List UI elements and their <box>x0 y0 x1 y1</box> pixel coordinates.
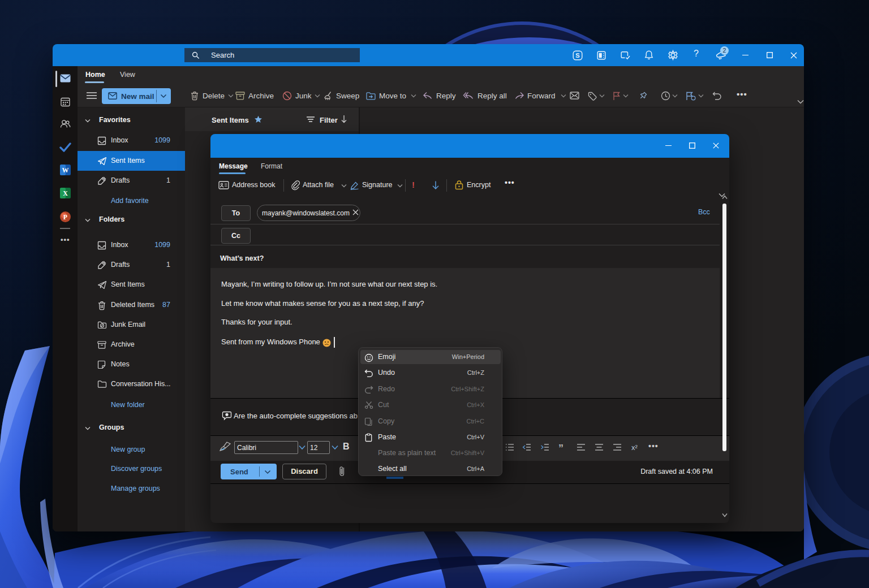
svg-text:S: S <box>575 52 579 59</box>
svg-text:X: X <box>63 189 68 197</box>
svg-text:P: P <box>63 213 67 221</box>
svg-text:W: W <box>62 166 69 174</box>
